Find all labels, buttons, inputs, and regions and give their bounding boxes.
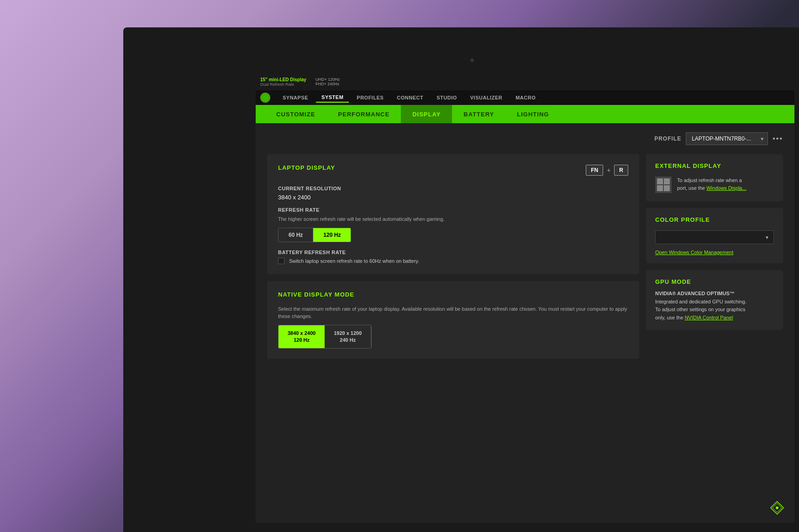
nav-synapse[interactable]: SYNAPSE: [277, 93, 314, 102]
monitor-bezel: 15" mini-LED Display Dual Refresh Rate U…: [123, 27, 799, 532]
profile-label: PROFILE: [654, 136, 681, 142]
razer-logo: [260, 93, 270, 103]
sub-nav-customize[interactable]: CUSTOMIZE: [265, 105, 326, 123]
nav-connect[interactable]: CONNECT: [391, 93, 429, 102]
profile-options-button[interactable]: •••: [773, 135, 783, 143]
external-display-title: EXTERNAL DISPLAY: [655, 162, 774, 169]
color-profile-dropdown[interactable]: [655, 230, 774, 244]
nav-system[interactable]: SYSTEM: [316, 93, 349, 103]
right-column: EXTERNAL DISPLAY To adjust refresh rate …: [646, 154, 783, 359]
monitor-screen: 15" mini-LED Display Dual Refresh Rate U…: [256, 73, 794, 523]
sub-nav-bar: CUSTOMIZE PERFORMANCE DISPLAY BATTERY LI…: [256, 105, 794, 123]
display-size: 15" mini-LED Display: [260, 77, 306, 82]
sub-nav-display[interactable]: DISPLAY: [401, 105, 452, 123]
display-type: Dual Refresh Rate: [260, 82, 306, 87]
nvidia-control-panel-link[interactable]: NVIDIA Control Panel: [685, 315, 733, 320]
external-display-desc: To adjust refresh rate when aport, use t…: [677, 177, 746, 192]
nav-visualizer[interactable]: VISUALIZER: [465, 93, 508, 102]
battery-checkbox-row: Switch laptop screen refresh rate to 60H…: [278, 258, 628, 264]
shortcut-plus: +: [607, 167, 610, 174]
laptop-display-title: LAPTOP DISPLAY: [278, 164, 335, 171]
r-key: R: [614, 165, 628, 176]
nav-studio[interactable]: STUDIO: [431, 93, 463, 102]
external-display-icon: [655, 177, 672, 193]
rate-60hz-button[interactable]: 60 Hz: [279, 228, 313, 242]
color-profile-title: COLOR PROFILE: [655, 216, 774, 223]
nav-bar: SYNAPSE SYSTEM PROFILES CONNECT STUDIO V…: [256, 90, 794, 105]
color-dropdown-wrapper: [655, 230, 774, 244]
open-color-management-link[interactable]: Open Windows Color Management: [655, 250, 774, 255]
external-display-content: To adjust refresh rate when aport, use t…: [655, 177, 774, 193]
camera: [470, 58, 474, 62]
display-info: 15" mini-LED Display Dual Refresh Rate: [260, 77, 306, 87]
sub-nav-battery[interactable]: BATTERY: [452, 105, 505, 123]
fn-key: FN: [586, 165, 603, 176]
refresh-rate-desc: The higher screen refresh rate will be s…: [278, 215, 628, 223]
laptop-display-header: LAPTOP DISPLAY FN + R: [278, 164, 628, 178]
razer-corner-logo: [769, 500, 785, 516]
nav-profiles[interactable]: PROFILES: [351, 93, 389, 102]
gpu-mode-card: GPU MODE NVIDIA® ADVANCED OPTIMUS™ Integ…: [646, 270, 783, 330]
svg-point-1: [776, 506, 778, 509]
display-specs: UHD+ 120Hz FHD+ 240Hz: [315, 77, 340, 86]
refresh-rate-label: REFRESH RATE: [278, 207, 628, 213]
external-display-card: EXTERNAL DISPLAY To adjust refresh rate …: [646, 154, 783, 201]
battery-checkbox[interactable]: [278, 258, 284, 264]
native-rate-3840-button[interactable]: 3840 x 2400120 Hz: [279, 325, 325, 349]
refresh-rate-buttons: 60 Hz 120 Hz: [278, 228, 351, 242]
rate-120hz-button[interactable]: 120 Hz: [313, 228, 351, 242]
profile-row: PROFILE LAPTOP-MNTN7RB0-... •••: [267, 132, 783, 145]
battery-checkbox-label: Switch laptop screen refresh rate to 60H…: [289, 258, 419, 264]
display-spec2: FHD+ 240Hz: [315, 82, 340, 86]
profile-dropdown[interactable]: LAPTOP-MNTN7RB0-...: [686, 132, 768, 145]
sub-nav-lighting[interactable]: LIGHTING: [505, 105, 560, 123]
profile-dropdown-wrapper: LAPTOP-MNTN7RB0-...: [686, 132, 768, 145]
windows-display-link[interactable]: Windows Displa...: [706, 185, 746, 191]
nav-macro[interactable]: MACRO: [510, 93, 541, 102]
gpu-name: NVIDIA® ADVANCED OPTIMUS™: [655, 291, 735, 296]
sub-nav-performance[interactable]: PERFORMANCE: [326, 105, 401, 123]
native-rate-buttons: 3840 x 2400120 Hz 1920 x 1200240 Hz: [278, 325, 372, 349]
battery-section: Switch laptop screen refresh rate to 60H…: [278, 258, 628, 264]
gpu-mode-title: GPU MODE: [655, 278, 774, 285]
native-display-desc: Select the maximum refresh rate of your …: [278, 305, 628, 320]
gpu-mode-desc: NVIDIA® ADVANCED OPTIMUS™ Integrated and…: [655, 290, 774, 322]
battery-refresh-rate-label: BATTERY REFRESH RATE: [278, 250, 628, 255]
native-display-mode-card: NATIVE DISPLAY MODE Select the maximum r…: [267, 281, 639, 359]
content-area: PROFILE LAPTOP-MNTN7RB0-... ••• LAPTOP D…: [256, 123, 794, 523]
left-column: LAPTOP DISPLAY FN + R CURRENT RESOLUTION…: [267, 154, 639, 359]
current-resolution-label: CURRENT RESOLUTION: [278, 186, 628, 191]
native-rate-1920-button[interactable]: 1920 x 1200240 Hz: [325, 325, 371, 349]
current-resolution-value: 3840 x 2400: [278, 194, 628, 201]
laptop-display-card: LAPTOP DISPLAY FN + R CURRENT RESOLUTION…: [267, 154, 639, 274]
top-info-bar: 15" mini-LED Display Dual Refresh Rate U…: [256, 73, 794, 90]
native-display-title: NATIVE DISPLAY MODE: [278, 291, 628, 298]
display-spec1: UHD+ 120Hz: [315, 77, 340, 82]
shortcut-row: FN + R: [586, 165, 628, 176]
color-profile-card: COLOR PROFILE Open Windows Color Managem…: [646, 208, 783, 263]
two-col-layout: LAPTOP DISPLAY FN + R CURRENT RESOLUTION…: [267, 154, 783, 359]
